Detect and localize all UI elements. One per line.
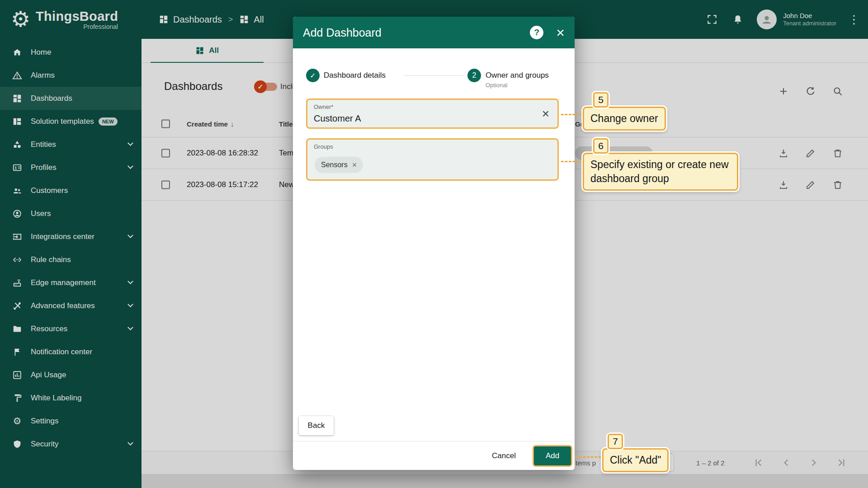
callout-connector	[561, 114, 583, 115]
owner-field[interactable]: Owner* Customer A ×	[306, 99, 559, 129]
step2-number: 2	[467, 69, 481, 82]
dialog-footer: Cancel Add	[293, 441, 575, 470]
add-dashboard-dialog: Add Dashboard ? × ✓ Dashboard details 2 …	[293, 17, 575, 470]
callout-connector	[561, 161, 583, 162]
close-icon[interactable]: ×	[556, 25, 565, 40]
dialog-title: Add Dashboard	[303, 26, 530, 39]
chip-remove-icon[interactable]: ×	[352, 160, 357, 170]
callout-connector	[575, 456, 601, 458]
callout-number: 7	[608, 434, 623, 449]
groups-field[interactable]: Groups Sensors ×	[306, 138, 559, 181]
callout-specify-group: 6 Specify existing or create new dashboa…	[583, 153, 738, 191]
step2-optional-label: Optional	[486, 82, 507, 89]
step2-label[interactable]: Owner and groups	[486, 71, 549, 80]
step1-check-icon: ✓	[306, 69, 320, 82]
add-button[interactable]: Add	[534, 446, 571, 465]
clear-owner-icon[interactable]: ×	[542, 107, 549, 121]
help-icon[interactable]: ?	[530, 26, 543, 39]
back-button[interactable]: Back	[299, 416, 334, 435]
owner-field-label: Owner*	[314, 103, 333, 110]
callout-click-add: 7 Click "Add"	[602, 448, 669, 472]
callout-number: 5	[593, 92, 609, 108]
step1-label[interactable]: Dashboard details	[324, 71, 386, 80]
groups-field-label: Groups	[314, 143, 333, 150]
group-chip-sensors[interactable]: Sensors ×	[315, 157, 363, 173]
callout-number: 6	[593, 138, 609, 154]
stepper-connector	[404, 75, 464, 76]
dialog-header: Add Dashboard ? ×	[293, 17, 575, 48]
owner-field-value: Customer A	[314, 113, 361, 124]
callout-change-owner: 5 Change owner	[583, 107, 666, 131]
cancel-button[interactable]: Cancel	[486, 448, 522, 464]
